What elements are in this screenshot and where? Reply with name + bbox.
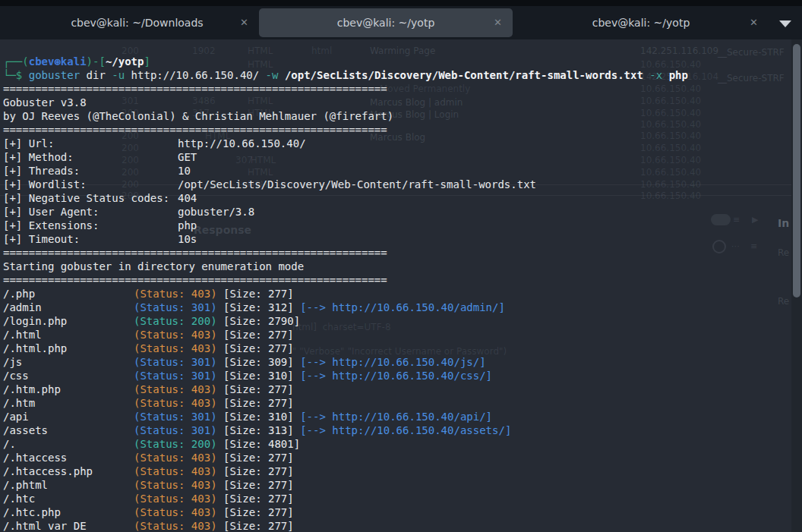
result-path: /.htaccess <box>3 451 134 464</box>
tab-yotp-2[interactable]: cbev@kali: ~/yotp ✕ <box>513 8 769 37</box>
result-row: /.html(Status: 403) [Size: 277] <box>3 328 790 342</box>
tab-title: cbev@kali: ~/yotp <box>337 17 435 29</box>
config-value: GET <box>178 151 197 163</box>
command-token: /opt/SecLists/Discovery/Web-Content/raft… <box>278 69 643 81</box>
terminal-tab-bar: cbev@kali: ~/Downloads ✕ cbev@kali: ~/yo… <box>0 6 802 39</box>
result-path: /assets <box>3 423 134 437</box>
result-path: /.htm <box>3 396 134 410</box>
prompt-frame: ┌──( <box>3 55 29 68</box>
caret-down-icon[interactable] <box>779 20 791 27</box>
result-row: /.html.php(Status: 403) [Size: 277] <box>3 342 790 355</box>
command-token: -w <box>266 69 279 81</box>
config-label: [+] Url: <box>3 137 178 150</box>
result-status: (Status: 403) <box>134 452 217 464</box>
result-size: [Size: 277] <box>217 465 294 477</box>
result-row: /.htaccess(Status: 403) [Size: 277] <box>3 451 790 464</box>
result-status: (Status: 301) <box>134 411 217 423</box>
result-row: /.phtml(Status: 403) [Size: 277] <box>3 478 790 492</box>
separator: ========================================… <box>3 247 387 259</box>
config-label: [+] Method: <box>3 150 178 164</box>
tab-yotp-active[interactable]: cbev@kali: ~/yotp ✕ <box>259 8 513 37</box>
result-path: /.htaccess.php <box>3 464 134 478</box>
result-size: [Size: 277] <box>217 520 294 532</box>
banner-line-2: by OJ Reeves (@TheColonial) & Christian … <box>3 109 790 123</box>
result-path: /.htc.php <box>3 505 134 519</box>
result-row: /admin(Status: 301) [Size: 312] [--> htt… <box>3 301 790 314</box>
config-label: [+] Timeout: <box>3 232 178 246</box>
close-icon[interactable]: ✕ <box>494 15 502 30</box>
result-size: [Size: 310] <box>217 411 294 423</box>
prompt-frame: ] <box>144 55 150 68</box>
terminal-output: ┌──(cbev⊛kali)-[~/yotp]└─$ gobuster dir … <box>3 55 790 532</box>
result-size: [Size: 277] <box>217 288 294 300</box>
command-token: -u <box>112 69 125 81</box>
result-size: [Size: 277] <box>217 397 294 409</box>
separator-line: ========================================… <box>3 82 790 96</box>
result-row: /.(Status: 200) [Size: 4801] <box>3 437 790 451</box>
result-row: /.htc(Status: 403) [Size: 277] <box>3 492 790 505</box>
result-size: [Size: 4801] <box>217 438 301 450</box>
command-token: dir <box>80 69 112 81</box>
result-path: /login.php <box>3 314 134 328</box>
config-label: [+] Negative Status codes: <box>3 191 178 205</box>
result-status: (Status: 403) <box>134 329 217 341</box>
gobuster-version: Gobuster v3.8 <box>3 96 87 109</box>
tab-downloads[interactable]: cbev@kali: ~/Downloads ✕ <box>15 8 259 37</box>
config-value: php <box>178 219 197 231</box>
command-line: └─$ gobuster dir -u http://10.66.150.40/… <box>3 68 790 82</box>
result-path: /.phtml <box>3 478 134 492</box>
config-row: [+] Threads:10 <box>3 164 790 178</box>
result-status: (Status: 200) <box>134 315 217 327</box>
result-size: [Size: 313] <box>217 424 294 436</box>
result-path: /.php <box>3 287 134 301</box>
result-status: (Status: 403) <box>134 383 217 395</box>
result-row: /.html_var_DE(Status: 403) [Size: 277] <box>3 519 790 532</box>
config-row: [+] User Agent:gobuster/3.8 <box>3 205 790 219</box>
config-label: [+] Wordlist: <box>3 178 178 191</box>
result-path: /api <box>3 410 134 423</box>
close-icon[interactable]: ✕ <box>750 15 758 30</box>
prompt-dollar: └─$ <box>3 69 29 81</box>
prompt-path: ~/yotp <box>106 55 144 68</box>
config-row: [+] Wordlist:/opt/SecLists/Discovery/Web… <box>3 178 790 191</box>
result-row: /.php(Status: 403) [Size: 277] <box>3 287 790 301</box>
scrollbar-track[interactable] <box>791 39 802 532</box>
window-top-strip <box>0 0 802 6</box>
result-size: [Size: 312] <box>217 301 294 313</box>
result-row: /.htc.php(Status: 403) [Size: 277] <box>3 505 790 519</box>
config-value: /opt/SecLists/Discovery/Web-Content/raft… <box>178 178 536 190</box>
result-status: (Status: 403) <box>134 493 217 505</box>
result-path: /.html_var_DE <box>3 519 134 532</box>
result-size: [Size: 309] <box>217 356 294 368</box>
result-status: (Status: 301) <box>134 424 217 436</box>
result-status: (Status: 200) <box>134 438 217 450</box>
result-status: (Status: 403) <box>134 479 217 491</box>
result-row: /.htaccess.php(Status: 403) [Size: 277] <box>3 464 790 478</box>
result-status: (Status: 301) <box>134 370 217 382</box>
result-status: (Status: 403) <box>134 288 217 300</box>
result-size: [Size: 310] <box>217 370 294 382</box>
config-value: 10s <box>178 233 197 245</box>
result-size: [Size: 277] <box>217 479 294 491</box>
result-row: /.htm.php(Status: 403) [Size: 277] <box>3 382 790 396</box>
result-path: /.htc <box>3 492 134 505</box>
separator-line: ========================================… <box>3 246 790 260</box>
result-redirect: [--> http://10.66.150.40/api/] <box>294 411 492 423</box>
result-path: /.html <box>3 328 134 342</box>
result-row: /assets(Status: 301) [Size: 313] [--> ht… <box>3 423 790 437</box>
config-label: [+] Threads: <box>3 164 178 178</box>
prompt-user: cbev⊛kali <box>29 55 87 68</box>
result-size: [Size: 2790] <box>217 315 301 327</box>
config-row: [+] Negative Status codes:404 <box>3 191 790 205</box>
result-size: [Size: 277] <box>217 506 294 518</box>
command-token: http://10.66.150.40/ <box>125 69 265 81</box>
tab-title: cbev@kali: ~/Downloads <box>71 17 203 29</box>
config-row: [+] Extensions:php <box>3 219 790 232</box>
starting-line: Starting gobuster in directory enumerati… <box>3 260 790 273</box>
starting-message: Starting gobuster in directory enumerati… <box>3 260 304 272</box>
close-icon[interactable]: ✕ <box>240 15 248 30</box>
result-row: /login.php(Status: 200) [Size: 2790] <box>3 314 790 328</box>
prompt-frame: )-[ <box>87 55 106 68</box>
scrollbar-thumb[interactable] <box>793 44 800 297</box>
result-size: [Size: 277] <box>217 383 294 395</box>
